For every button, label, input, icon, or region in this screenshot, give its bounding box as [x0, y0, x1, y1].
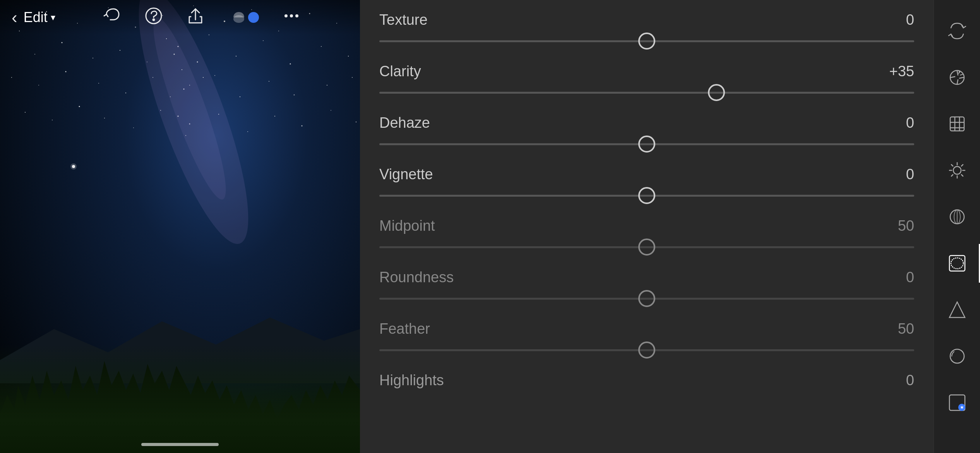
svg-point-37: [25, 112, 26, 113]
svg-point-31: [214, 75, 215, 76]
color-toggle-button[interactable]: [228, 8, 259, 27]
light-button[interactable]: [934, 147, 980, 194]
svg-point-66: [284, 14, 288, 17]
midpoint-slider-row: Midpoint 50: [379, 218, 914, 253]
presets-button[interactable]: [934, 101, 980, 147]
dehaze-track[interactable]: [379, 138, 914, 150]
highlights-header: Highlights 0: [379, 372, 914, 389]
svg-point-58: [170, 96, 171, 97]
roundness-track[interactable]: [379, 293, 914, 304]
auto-enhance-icon: [948, 68, 966, 87]
geometry-button[interactable]: [934, 287, 980, 333]
clarity-thumb[interactable]: [708, 84, 725, 101]
undo-button[interactable]: [103, 7, 121, 29]
svg-point-46: [274, 116, 275, 117]
svg-point-70: [959, 71, 960, 73]
svg-point-24: [11, 77, 12, 78]
clarity-header: Clarity +35: [379, 63, 914, 80]
roundness-slider-row: Roundness 0: [379, 269, 914, 304]
photo-area: ‹ Edit ▾: [0, 0, 360, 453]
effects-button[interactable]: [934, 240, 980, 287]
roundness-label: Roundness: [379, 269, 454, 286]
clarity-track[interactable]: [379, 87, 914, 98]
svg-point-13: [62, 42, 63, 43]
clarity-value: +35: [889, 63, 914, 80]
dehaze-header: Dehaze 0: [379, 115, 914, 131]
photo-background: [0, 0, 360, 453]
highlights-label: Highlights: [379, 372, 444, 389]
texture-label: Texture: [379, 12, 428, 28]
selective-button[interactable]: [934, 333, 980, 379]
svg-point-57: [203, 77, 204, 78]
sync-icon-button[interactable]: [934, 8, 980, 54]
svg-point-55: [189, 85, 190, 86]
svg-point-19: [236, 56, 236, 57]
help-button[interactable]: [144, 7, 163, 29]
roundness-header: Roundness 0: [379, 269, 914, 286]
svg-point-12: [34, 54, 35, 55]
clarity-slider-row: Clarity +35: [379, 63, 914, 98]
vignette-thumb[interactable]: [638, 187, 655, 204]
svg-point-67: [290, 14, 293, 17]
svg-point-59: [178, 116, 179, 117]
texture-thumb[interactable]: [638, 33, 655, 50]
svg-point-62: [70, 163, 77, 170]
svg-point-72: [953, 166, 961, 174]
svg-point-28: [125, 93, 126, 93]
svg-point-41: [133, 127, 134, 128]
highlights-slider-row: Highlights 0: [379, 372, 914, 389]
toolbar-left: ‹ Edit ▾: [12, 8, 55, 27]
svg-point-39: [79, 106, 80, 107]
midpoint-track[interactable]: [379, 241, 914, 253]
svg-marker-77: [949, 302, 965, 317]
svg-point-64: [153, 19, 154, 21]
svg-point-49: [356, 122, 356, 122]
svg-point-27: [98, 83, 99, 84]
svg-point-47: [302, 125, 303, 127]
light-icon: [948, 161, 966, 180]
feather-thumb[interactable]: [638, 341, 655, 359]
dehaze-value: 0: [906, 115, 914, 131]
feather-track[interactable]: [379, 344, 914, 356]
geometry-icon: [948, 300, 966, 319]
vignette-slider-row: Vignette 0: [379, 166, 914, 201]
roundness-thumb[interactable]: [638, 290, 655, 307]
auto-enhance-button[interactable]: [934, 54, 980, 101]
midpoint-value: 50: [898, 218, 914, 234]
texture-value: 0: [906, 12, 914, 28]
svg-point-56: [197, 62, 198, 63]
dehaze-label: Dehaze: [379, 115, 430, 131]
scroll-indicator: [141, 443, 219, 446]
svg-point-26: [65, 71, 67, 72]
presets-icon: [948, 115, 966, 133]
more-button[interactable]: [282, 7, 301, 29]
midpoint-thumb[interactable]: [638, 239, 655, 256]
color-button[interactable]: [934, 194, 980, 240]
svg-point-15: [120, 50, 120, 51]
healing-button[interactable]: ★: [934, 379, 980, 426]
edit-label: Edit: [24, 9, 48, 26]
toolbar-center: [55, 7, 348, 29]
vignette-track[interactable]: [379, 190, 914, 201]
dehaze-thumb[interactable]: [638, 136, 655, 153]
roundness-value: 0: [906, 269, 914, 286]
edit-chevron-icon: ▾: [51, 12, 55, 23]
texture-track[interactable]: [379, 35, 914, 47]
feather-value: 50: [898, 321, 914, 337]
color-adjust-icon: [948, 208, 966, 226]
share-button[interactable]: [186, 7, 205, 29]
svg-point-52: [166, 38, 167, 39]
svg-point-34: [294, 94, 295, 96]
svg-point-20: [263, 40, 264, 41]
svg-rect-71: [950, 117, 964, 131]
svg-point-63: [146, 8, 161, 24]
effects-icon: [948, 254, 966, 273]
svg-point-14: [93, 58, 93, 58]
back-button[interactable]: ‹: [12, 8, 17, 27]
side-toolbar: ★: [934, 0, 980, 453]
clarity-label: Clarity: [379, 63, 421, 80]
edit-button[interactable]: Edit ▾: [24, 9, 55, 26]
healing-icon: ★: [948, 393, 966, 412]
texture-slider-row: Texture 0: [379, 12, 914, 47]
feather-slider-row: Feather 50: [379, 321, 914, 356]
